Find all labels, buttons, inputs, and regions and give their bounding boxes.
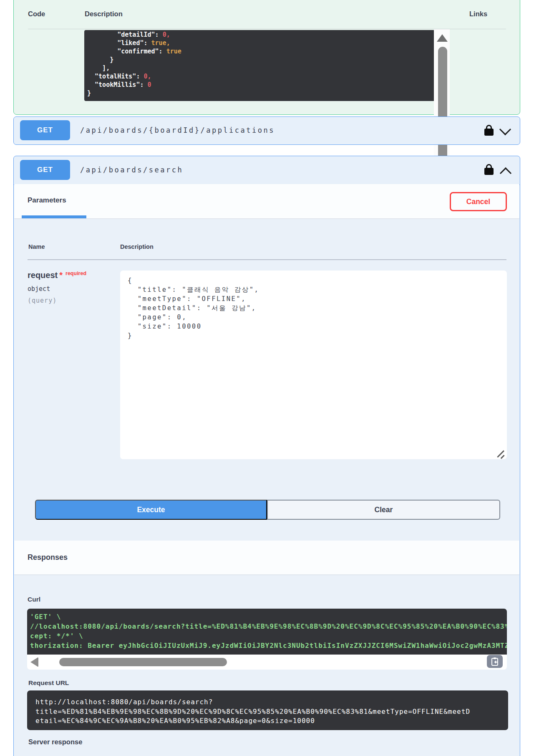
- execute-button[interactable]: Execute: [35, 500, 267, 520]
- param-location: (query): [28, 297, 57, 304]
- param-table-divider: [28, 259, 506, 260]
- param-type: object: [28, 285, 50, 293]
- request-body-json[interactable]: { "title": "클래식 음악 감상", "meetType": "OFF…: [120, 271, 507, 346]
- scroll-up-arrow-icon[interactable]: [437, 34, 448, 42]
- cancel-button[interactable]: Cancel: [450, 192, 507, 211]
- responses-code-header: Code: [28, 10, 45, 18]
- get-method-badge: GET: [20, 160, 70, 180]
- required-asterisk: *: [59, 271, 63, 280]
- required-label: required: [65, 271, 86, 276]
- responses-links-header: Links: [469, 10, 487, 18]
- parameters-tab-underline: [22, 215, 86, 218]
- param-name-column-header: Name: [28, 243, 45, 250]
- parameters-section-header: [14, 184, 520, 218]
- request-url-code-block: http://localhost:8080/api/boards/search?…: [27, 690, 508, 730]
- auth-lock-icon[interactable]: [484, 168, 494, 175]
- curl-label: Curl: [28, 596, 40, 603]
- param-request-name: request*required: [28, 271, 86, 280]
- request-url-label: Request URL: [28, 679, 69, 687]
- horizontal-scrollbar-thumb[interactable]: [59, 658, 227, 666]
- responses-description-header: Description: [85, 10, 123, 18]
- server-response-label: Server response: [28, 738, 82, 746]
- endpoint-path-applications[interactable]: /api/boards/{boardId}/applications: [80, 126, 275, 134]
- param-description-column-header: Description: [120, 243, 154, 250]
- request-body-textarea[interactable]: { "title": "클래식 음악 감상", "meetType": "OFF…: [120, 271, 507, 459]
- get-method-badge: GET: [20, 120, 70, 140]
- parameters-title: Parameters: [28, 196, 66, 205]
- textarea-resize-handle[interactable]: [496, 449, 506, 459]
- param-name-text: request: [28, 271, 58, 280]
- curl-code-block: 'GET' \//localhost:8080/api/boards/searc…: [27, 609, 507, 655]
- response-example-code-block: "detailId": 0, "liked": true, "confirmed…: [84, 30, 435, 101]
- scroll-left-arrow-icon[interactable]: [30, 657, 38, 667]
- responses-title: Responses: [28, 553, 68, 562]
- endpoint-path-search[interactable]: /api/boards/search: [80, 166, 183, 174]
- copy-to-clipboard-button[interactable]: [487, 655, 503, 668]
- swagger-ui-page: Code Description Links "detailId": 0, "l…: [0, 0, 534, 756]
- auth-lock-icon[interactable]: [484, 129, 494, 136]
- opblock-body: [13, 184, 520, 756]
- clipboard-icon: [491, 657, 499, 666]
- clear-button[interactable]: Clear: [267, 500, 500, 520]
- responses-section-header: [14, 541, 520, 574]
